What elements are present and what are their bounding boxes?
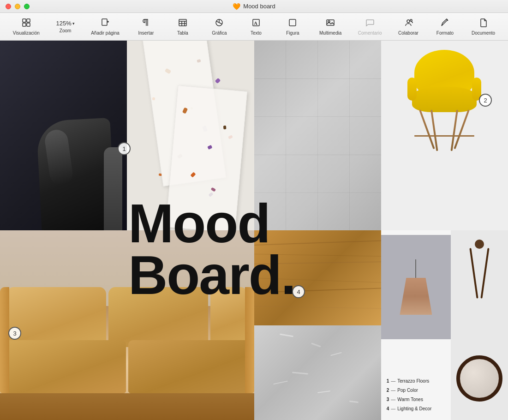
toolbar-visualizacion[interactable]: Visualización [9,16,43,37]
toolbar-visualizacion-label: Visualización [13,30,40,36]
svg-point-22 [410,19,412,21]
yellow-chair-cell[interactable] [381,41,508,230]
svg-line-15 [219,23,222,24]
toolbar-tabla-label: Tabla [177,30,188,36]
toolbar-comentario-label: Comentario [358,30,382,36]
legend-number-2: 2 [387,386,389,395]
toolbar-formato-label: Formato [436,30,454,36]
legend-item-3: 3 — Warm Tones [387,396,445,404]
legend-number-1: 1 [387,377,389,385]
legend-dash-4: — [391,405,395,413]
toolbar-comentario[interactable]: Comentario [354,16,386,37]
close-button[interactable] [6,4,11,9]
toolbar-texto-label: Texto [251,30,262,36]
info-mirror-cell[interactable]: 1 — Terrazzo Floors 2 — Pop Color 3 — Wa… [381,230,508,420]
leather-chair-cell[interactable] [0,41,127,230]
page-badge-2: 2 [479,94,492,107]
table-icon [178,18,187,29]
mirror-strap-right [480,248,489,298]
svg-rect-3 [27,23,30,26]
svg-rect-1 [27,19,30,22]
toolbar-figura[interactable]: Figura [279,16,306,37]
svg-text:A: A [254,20,257,26]
page-badge-1: 1 [118,142,131,155]
mirror-strap-left [469,248,478,298]
svg-rect-19 [327,20,334,25]
grid-icon [22,18,31,29]
mirror-strap-top [475,240,484,249]
toolbar-grafica[interactable]: Gráfica [205,16,233,37]
toolbar-anadir-pagina-label: Añadir página [91,30,120,36]
legend-dash-2: — [391,386,395,395]
pendant-area [381,235,451,339]
minimize-button[interactable] [15,4,20,9]
add-page-icon [101,18,110,29]
toolbar-multimedia[interactable]: Multimedia [316,16,345,37]
toolbar-colaborar[interactable]: Colaborar [394,16,422,37]
toolbar-figura-label: Figura [286,30,299,36]
chart-icon [215,18,224,29]
legend-dash-3: — [391,396,395,404]
legend-text-3: Warm Tones [397,396,423,404]
fur-texture [254,325,381,420]
canvas-area: 1 — Terrazzo Floors 2 — Pop Color 3 — Wa… [0,41,508,420]
legend-item-4: 4 — Lighting & Decor [387,405,445,413]
pendant-shade [400,278,432,315]
toolbar-formato[interactable]: Formato [431,16,459,37]
legend-number-3: 3 [387,396,389,404]
shape-icon [288,18,297,29]
document-icon [479,18,488,29]
toolbar-documento[interactable]: Documento [468,16,499,37]
toolbar-insertar[interactable]: Insertar [132,16,160,37]
chevron-down-icon: ▾ [72,21,75,26]
toolbar-zoom-label: Zoom [60,28,72,33]
toolbar-texto[interactable]: A Texto [242,16,270,37]
legend-number-4: 4 [387,405,389,413]
main-content: 1 — Terrazzo Floors 2 — Pop Color 3 — Wa… [0,41,508,420]
format-icon [440,18,449,29]
svg-rect-2 [23,23,26,26]
mirror-circle [456,355,502,402]
collaborate-icon [404,18,413,29]
toolbar-colaborar-label: Colaborar [398,30,418,36]
legend-text-4: Lighting & Decor [397,405,431,413]
toolbar-insertar-label: Insertar [138,30,154,36]
legend-text-2: Pop Color [397,386,418,395]
text-icon: A [251,18,261,29]
toolbar-tabla[interactable]: Tabla [169,16,197,37]
title-text: Mood board [243,3,275,10]
toolbar-documento-label: Documento [472,30,495,36]
pendant-lamp [400,259,432,315]
mood-board-line2: Board. [128,249,295,301]
svg-rect-4 [102,19,107,25]
toolbar-multimedia-label: Multimedia [319,30,341,36]
page-badge-3: 3 [8,327,21,340]
paragraph-icon [141,18,150,29]
zoom-value: 125% ▾ [56,20,74,27]
legend-text-1: Terrazzo Floors [397,377,429,385]
svg-rect-0 [23,19,26,22]
legend-dash-1: — [391,377,395,385]
window-controls [6,4,30,9]
toolbar: Visualización 125% ▾ Zoom Añadir página … [0,13,508,41]
toolbar-grafica-label: Gráfica [212,30,227,36]
toolbar-anadir-pagina[interactable]: Añadir página [87,16,123,37]
toolbar-zoom[interactable]: 125% ▾ Zoom [52,18,78,35]
mood-board-title[interactable]: Mood Board. [128,198,295,301]
media-icon [326,18,335,29]
legend-item-2: 2 — Pop Color [387,386,445,395]
title-icon: 🧡 [233,3,240,10]
svg-point-21 [407,20,410,23]
mood-board-line1: Mood [128,198,295,249]
comment-icon [365,18,375,29]
title-bar: 🧡 Mood board [0,0,508,13]
mirror-panel [451,230,508,420]
pendant-cord [415,259,416,278]
page-badge-4: 4 [292,285,305,298]
svg-rect-8 [179,19,186,26]
legend-item-1: 1 — Terrazzo Floors [387,377,445,385]
svg-rect-18 [289,19,296,26]
window-title: 🧡 Mood board [233,3,275,10]
maximize-button[interactable] [24,4,30,9]
